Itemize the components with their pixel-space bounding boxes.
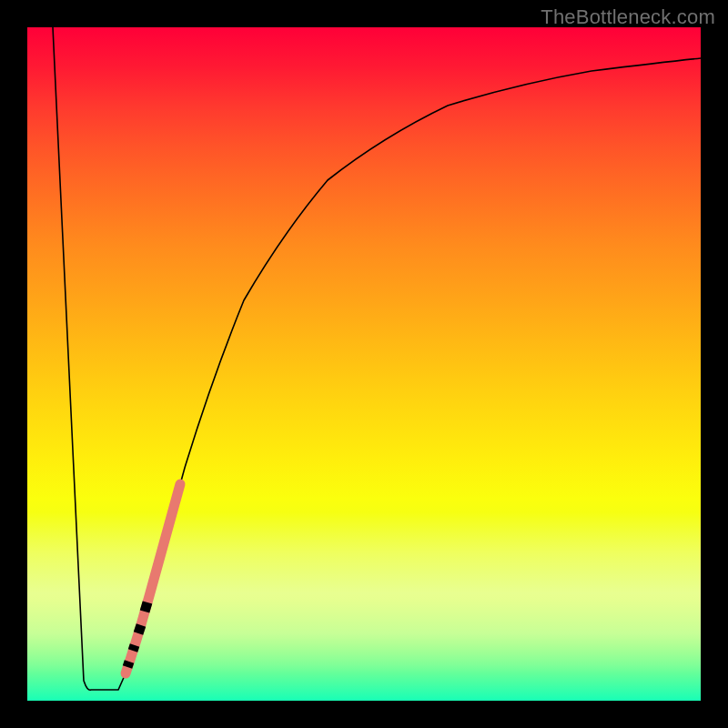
- watermark-text: TheBottleneck.com: [541, 5, 715, 29]
- plot-area: [27, 27, 701, 701]
- chart-frame: TheBottleneck.com: [0, 0, 728, 728]
- curve-layer: [27, 27, 701, 701]
